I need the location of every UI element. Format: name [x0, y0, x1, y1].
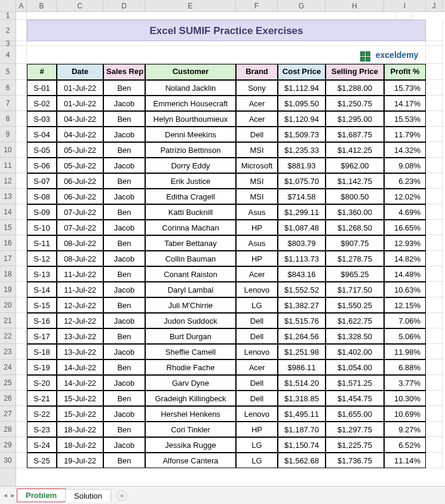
cell-gutter[interactable] [16, 359, 27, 375]
cell-date[interactable]: 06-Jul-22 [57, 189, 103, 204]
cell-date[interactable]: 07-Jul-22 [57, 220, 103, 235]
cell-sell[interactable]: $1,717.50 [326, 282, 384, 297]
cell-profit[interactable]: 14.17% [384, 96, 426, 111]
cell-profit[interactable]: 11.14% [384, 453, 426, 468]
cell-gutter[interactable] [16, 173, 27, 189]
cell-sell[interactable]: $1,250.75 [326, 96, 384, 111]
cell-sell[interactable]: $1,288.00 [326, 80, 384, 96]
cell-profit[interactable]: 11.98% [384, 344, 426, 359]
cell-date[interactable]: 18-Jul-22 [57, 437, 103, 453]
col-header-G[interactable]: G [278, 0, 326, 11]
cell-gutter[interactable] [16, 142, 27, 158]
cell-tail[interactable] [426, 158, 443, 173]
cell-brand[interactable]: HP [236, 422, 278, 437]
cell-cost[interactable]: $1,495.11 [278, 406, 326, 422]
cell-J1[interactable] [396, 12, 413, 20]
cell-num[interactable]: S-13 [27, 266, 57, 282]
cell-num[interactable]: S-12 [27, 251, 57, 266]
cell-customer[interactable]: Denni Meekins [145, 127, 236, 142]
cell-tail[interactable] [426, 173, 443, 189]
cell-cost[interactable]: $1,514.20 [278, 375, 326, 391]
cell-profit[interactable]: 14.32% [384, 142, 426, 158]
cell-rep[interactable]: Jacob [103, 282, 145, 297]
cell-customer[interactable]: Jessika Rugge [145, 437, 236, 453]
cell-profit[interactable]: 12.02% [384, 189, 426, 204]
cell-rep[interactable]: Ben [103, 359, 145, 375]
hdr-num[interactable]: # [27, 64, 57, 80]
cell-date[interactable]: 15-Jul-22 [57, 406, 103, 422]
cell-rep[interactable]: Jacob [103, 375, 145, 391]
cell-profit[interactable]: 14.48% [384, 266, 426, 282]
cell-date[interactable]: 15-Jul-22 [57, 391, 103, 406]
row-header-7[interactable]: 7 [0, 96, 16, 111]
row-header-2[interactable]: 2 [0, 20, 16, 41]
row-header-23[interactable]: 23 [0, 344, 16, 359]
cell-tail[interactable] [426, 235, 443, 251]
cell-gutter[interactable] [16, 266, 27, 282]
cell-cost[interactable]: $1,318.85 [278, 391, 326, 406]
cell-sell[interactable]: $1,295.00 [326, 111, 384, 127]
cell-sell[interactable]: $1,550.25 [326, 297, 384, 313]
row-header-24[interactable]: 24 [0, 359, 16, 375]
cell-cost[interactable]: $1,095.50 [278, 96, 326, 111]
cell-B1[interactable] [27, 12, 396, 20]
cell-sell[interactable]: $1,571.25 [326, 375, 384, 391]
cell-tail[interactable] [426, 204, 443, 220]
cell-num[interactable]: S-04 [27, 127, 57, 142]
cell-A1[interactable] [16, 12, 27, 20]
cell-date[interactable]: 14-Jul-22 [57, 359, 103, 375]
cell-num[interactable]: S-18 [27, 344, 57, 359]
cell-brand[interactable]: Acer [236, 96, 278, 111]
cell-tail[interactable] [426, 297, 443, 313]
cell-A3[interactable] [16, 41, 27, 46]
cell-num[interactable]: S-07 [27, 173, 57, 189]
cell-gutter[interactable] [16, 127, 27, 142]
hdr-customer[interactable]: Customer [145, 64, 236, 80]
cell-sell[interactable]: $1,054.00 [326, 359, 384, 375]
col-header-A[interactable]: A [16, 0, 27, 11]
cell-num[interactable]: S-17 [27, 328, 57, 344]
cell-customer[interactable]: Sheffie Camell [145, 344, 236, 359]
tab-nav-arrows[interactable]: ◄ ► [2, 492, 16, 499]
cell-gutter[interactable] [16, 406, 27, 422]
cell-date[interactable]: 08-Jul-22 [57, 251, 103, 266]
row-header-13[interactable]: 13 [0, 189, 16, 204]
cell-profit[interactable]: 16.65% [384, 220, 426, 235]
cell-A5[interactable] [16, 64, 27, 80]
cell-profit[interactable]: 15.73% [384, 80, 426, 96]
cell-rep[interactable]: Ben [103, 111, 145, 127]
cell-tail[interactable] [426, 80, 443, 96]
hdr-cost[interactable]: Cost Price [278, 64, 326, 80]
cell-customer[interactable]: Dorry Eddy [145, 158, 236, 173]
cell-B3[interactable] [27, 41, 426, 46]
cell-customer[interactable]: Corinna Machan [145, 220, 236, 235]
cell-tail[interactable] [426, 142, 443, 158]
row-header-1[interactable]: 1 [0, 12, 16, 20]
cell-cost[interactable]: $986.11 [278, 359, 326, 375]
cell-num[interactable]: S-20 [27, 375, 57, 391]
add-sheet-button[interactable]: + [116, 490, 127, 501]
cell-date[interactable]: 18-Jul-22 [57, 422, 103, 437]
cell-gutter[interactable] [16, 204, 27, 220]
cell-rep[interactable]: Ben [103, 142, 145, 158]
cell-profit[interactable]: 10.30% [384, 391, 426, 406]
cell-cost[interactable]: $1,251.98 [278, 344, 326, 359]
page-title[interactable]: Excel SUMIF Practice Exercises [27, 20, 426, 41]
hdr-date[interactable]: Date [57, 64, 103, 80]
cell-brand[interactable]: Acer [236, 266, 278, 282]
cell-gutter[interactable] [16, 80, 27, 96]
cell-brand[interactable]: Dell [236, 391, 278, 406]
cell-customer[interactable]: Alfonse Cantera [145, 453, 236, 468]
cell-sell[interactable]: $1,402.00 [326, 344, 384, 359]
cell-cost[interactable]: $1,112.94 [278, 80, 326, 96]
cell-rep[interactable]: Ben [103, 453, 145, 468]
cell-tail[interactable] [426, 96, 443, 111]
cell-rep[interactable]: Jacob [103, 158, 145, 173]
cell-gutter[interactable] [16, 96, 27, 111]
select-all-corner[interactable] [0, 0, 16, 11]
cell-tail[interactable] [426, 359, 443, 375]
cell-cost[interactable]: $1,509.73 [278, 127, 326, 142]
cell-J5[interactable] [426, 64, 443, 80]
col-header-H[interactable]: H [326, 0, 384, 11]
cell-brand[interactable]: LG [236, 453, 278, 468]
